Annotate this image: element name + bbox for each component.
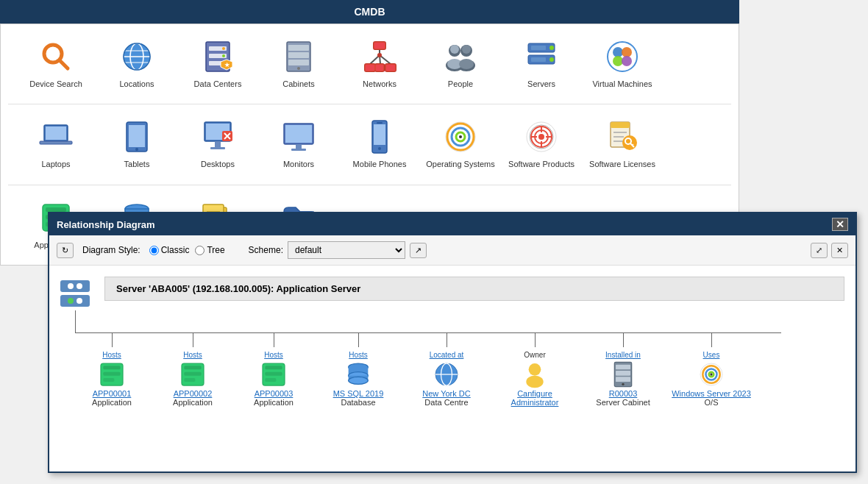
sidebar-item-locations[interactable]: Locations — [96, 32, 177, 96]
sidebar-item-software-licenses[interactable]: Software Licenses — [582, 112, 663, 177]
scheme-select[interactable]: default — [288, 241, 405, 259]
diagram-style-label: Diagram Style: — [82, 245, 140, 255]
svg-point-30 — [377, 53, 382, 57]
svg-rect-62 — [129, 125, 145, 147]
relationship-dialog: Relationship Diagram ✕ ↻ Diagram Style: … — [48, 212, 857, 266]
scheme-group: Scheme: default ↗ — [249, 241, 427, 259]
tree-radio-label[interactable]: Tree — [195, 245, 224, 255]
software-licenses-label: Software Licenses — [589, 159, 655, 169]
svg-rect-73 — [296, 144, 302, 149]
style-radio-group: Classic Tree — [149, 245, 225, 255]
svg-point-50 — [549, 57, 554, 62]
sidebar-item-tablets[interactable]: Tablets — [96, 112, 177, 177]
classic-radio-label[interactable]: Classic — [149, 245, 190, 255]
svg-rect-51 — [531, 46, 546, 50]
svg-point-12 — [222, 47, 225, 50]
refresh-button[interactable]: ↻ — [57, 243, 74, 258]
monitors-label: Monitors — [283, 159, 314, 169]
swlic-icon — [605, 119, 640, 154]
software-products-label: Software Products — [508, 159, 574, 169]
tablet-icon — [119, 119, 154, 154]
svg-rect-60 — [40, 141, 72, 144]
svg-point-44 — [462, 45, 471, 54]
people-label: People — [448, 79, 473, 89]
server-icon — [524, 39, 559, 74]
svg-line-1 — [60, 60, 68, 68]
svg-rect-78 — [377, 122, 383, 124]
svg-point-63 — [135, 148, 138, 151]
dialog-header: Relationship Diagram ✕ — [49, 213, 855, 235]
sidebar-item-software-products[interactable]: Software Products — [501, 112, 582, 177]
svg-rect-66 — [215, 141, 221, 147]
app-title: CMDB — [355, 6, 385, 18]
sidebar-item-servers[interactable]: Servers — [501, 32, 582, 96]
mobile-phones-label: Mobile Phones — [353, 159, 407, 169]
people-icon — [443, 39, 478, 74]
dialog-title: Relationship Diagram — [57, 219, 155, 230]
datacenter-icon: ★ — [200, 39, 235, 74]
svg-rect-72 — [285, 125, 312, 143]
sidebar-item-data-centers[interactable]: ★ Data Centers — [177, 32, 258, 96]
os-icon — [443, 119, 478, 154]
svg-text:★: ★ — [224, 62, 230, 68]
sidebar-item-laptops[interactable]: Laptops — [15, 112, 96, 177]
monitor-icon — [281, 119, 316, 154]
svg-rect-18 — [288, 45, 309, 51]
svg-rect-35 — [374, 42, 385, 49]
svg-point-53 — [608, 42, 637, 71]
classic-radio[interactable] — [149, 246, 159, 255]
sidebar-item-operating-systems[interactable]: Operating Systems — [420, 112, 501, 177]
sidebar-item-people[interactable]: People — [420, 32, 501, 96]
close-dialog-button[interactable]: ✕ — [831, 243, 848, 258]
sidebar-item-networks[interactable]: Networks — [339, 32, 420, 96]
tree-radio[interactable] — [195, 246, 204, 255]
network-icon — [362, 39, 397, 74]
svg-point-88 — [538, 134, 544, 140]
svg-rect-37 — [375, 64, 384, 71]
sidebar-item-monitors[interactable]: Monitors — [258, 112, 339, 177]
cmdb-title-bar: CMDB — [0, 0, 739, 24]
diagram-toolbar: ↻ Diagram Style: Classic Tree Scheme: de… — [49, 235, 855, 266]
svg-rect-74 — [291, 149, 306, 151]
svg-point-77 — [378, 147, 381, 150]
svg-rect-38 — [385, 64, 396, 71]
swprod-icon — [524, 119, 559, 154]
desktop-icon — [200, 119, 235, 154]
svg-point-57 — [622, 56, 632, 66]
cabinet-icon — [281, 39, 316, 74]
locations-label: Locations — [119, 79, 154, 89]
expand-button[interactable]: ⤢ — [811, 243, 828, 258]
svg-point-83 — [459, 135, 462, 138]
sidebar-item-mobile-phones[interactable]: Mobile Phones — [339, 112, 420, 177]
icon-grid-row1: Device Search Locations — [1, 24, 739, 104]
scheme-label: Scheme: — [249, 245, 283, 255]
svg-rect-20 — [288, 60, 309, 65]
mobile-icon — [362, 119, 397, 154]
tablets-label: Tablets — [124, 159, 150, 169]
tree-label: Tree — [207, 245, 224, 255]
svg-rect-36 — [365, 64, 375, 71]
laptops-label: Laptops — [41, 159, 70, 169]
icon-grid-row2: Laptops Tablets — [1, 104, 739, 184]
svg-point-98 — [622, 135, 637, 150]
svg-point-55 — [622, 47, 632, 57]
svg-rect-67 — [210, 147, 225, 149]
sidebar-item-cabinets[interactable]: Cabinets — [258, 32, 339, 96]
sidebar-item-device-search[interactable]: Device Search — [15, 32, 96, 96]
scheme-external-button[interactable]: ↗ — [410, 243, 427, 258]
vm-icon — [605, 39, 640, 74]
networks-label: Networks — [363, 79, 396, 89]
svg-point-49 — [549, 46, 554, 50]
svg-rect-76 — [374, 124, 385, 145]
dialog-close-button[interactable]: ✕ — [832, 218, 848, 231]
svg-rect-94 — [611, 122, 630, 128]
sidebar-item-virtual-machines[interactable]: Virtual Machines — [582, 32, 663, 96]
svg-point-13 — [222, 54, 225, 57]
cabinets-label: Cabinets — [282, 79, 314, 89]
classic-label: Classic — [161, 245, 190, 255]
device-search-label: Device Search — [29, 79, 82, 89]
globe-icon — [119, 39, 154, 74]
sidebar-item-desktops[interactable]: Desktops — [177, 112, 258, 177]
svg-point-54 — [613, 47, 623, 57]
svg-point-21 — [297, 67, 300, 70]
